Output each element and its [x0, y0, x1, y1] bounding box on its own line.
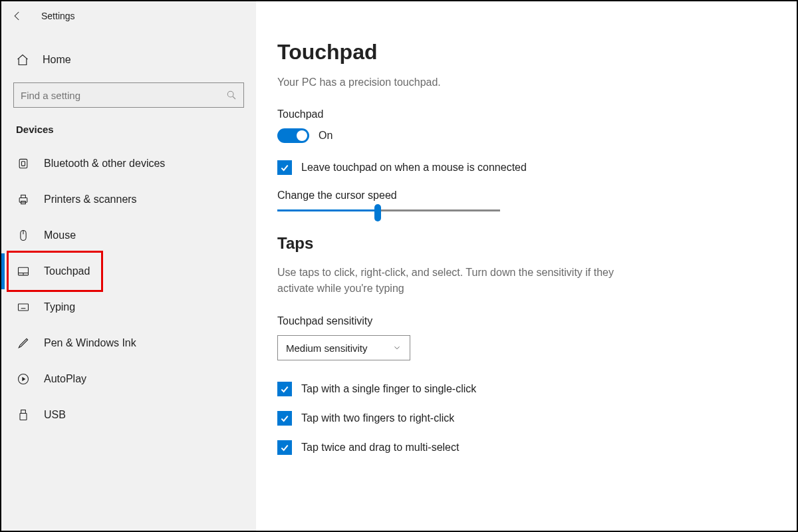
- svg-rect-2: [22, 162, 25, 166]
- svg-point-0: [227, 91, 233, 97]
- tap-two-checkbox[interactable]: [277, 411, 292, 426]
- sidebar-item-autoplay[interactable]: AutoPlay: [1, 361, 256, 397]
- svg-rect-18: [21, 410, 26, 414]
- sidebar-item-label: Typing: [44, 301, 75, 313]
- sidebar-item-printers[interactable]: Printers & scanners: [1, 182, 256, 217]
- precision-text: Your PC has a precision touchpad.: [277, 76, 770, 88]
- taps-description: Use taps to click, right-click, and sele…: [277, 265, 650, 297]
- check-icon: [279, 384, 290, 394]
- cursor-speed-slider[interactable]: [277, 209, 500, 211]
- touchpad-icon: [16, 264, 31, 279]
- sidebar-item-typing[interactable]: Typing: [1, 289, 256, 325]
- tap-drag-label: Tap twice and drag to multi-select: [301, 442, 459, 454]
- tap-drag-checkbox[interactable]: [277, 440, 292, 455]
- tap-single-checkbox[interactable]: [277, 382, 292, 396]
- svg-rect-1: [19, 159, 27, 168]
- main-content: Touchpad Your PC has a precision touchpa…: [256, 1, 797, 531]
- sidebar-navlist: Bluetooth & other devices Printers & sca…: [1, 146, 256, 433]
- sidebar-item-label: Bluetooth & other devices: [44, 158, 165, 170]
- sidebar-item-label: Pen & Windows Ink: [44, 337, 136, 349]
- mouse-icon: [16, 228, 31, 243]
- app-title: Settings: [41, 11, 75, 21]
- home-label: Home: [43, 54, 71, 66]
- sensitivity-value: Medium sensitivity: [286, 342, 368, 354]
- sidebar-category: Devices: [1, 108, 256, 142]
- sensitivity-select[interactable]: Medium sensitivity: [277, 335, 410, 360]
- chevron-down-icon: [392, 343, 402, 352]
- arrow-left-icon: [11, 10, 23, 22]
- svg-rect-4: [21, 195, 26, 198]
- sidebar-item-pen[interactable]: Pen & Windows Ink: [1, 325, 256, 361]
- toggle-label: Touchpad: [277, 108, 770, 120]
- autoplay-icon: [16, 372, 31, 386]
- back-button[interactable]: [8, 7, 27, 25]
- bluetooth-icon: [16, 156, 31, 171]
- usb-icon: [16, 408, 31, 422]
- keyboard-icon: [16, 300, 31, 315]
- sidebar-item-label: Printers & scanners: [44, 194, 137, 205]
- search-icon: [226, 90, 237, 100]
- tap-single-label: Tap with a single finger to single-click: [301, 383, 476, 395]
- sensitivity-label: Touchpad sensitivity: [277, 315, 770, 327]
- svg-rect-3: [19, 198, 27, 203]
- taps-title: Taps: [277, 234, 770, 253]
- sidebar-home[interactable]: Home: [1, 45, 256, 76]
- sidebar-item-label: Mouse: [44, 229, 76, 241]
- toggle-state-text: On: [319, 130, 332, 142]
- pen-icon: [16, 336, 31, 350]
- sidebar-item-mouse[interactable]: Mouse: [1, 217, 256, 253]
- svg-rect-19: [20, 414, 27, 420]
- slider-thumb[interactable]: [374, 204, 381, 221]
- sidebar-item-bluetooth[interactable]: Bluetooth & other devices: [1, 146, 256, 182]
- touchpad-toggle[interactable]: [277, 128, 309, 143]
- sidebar-item-label: USB: [44, 409, 66, 421]
- check-icon: [279, 442, 290, 453]
- home-icon: [16, 53, 29, 66]
- cursor-speed-label: Change the cursor speed: [277, 190, 770, 201]
- sidebar-item-usb[interactable]: USB: [1, 397, 256, 433]
- search-input-wrap[interactable]: [13, 82, 244, 108]
- titlebar: Settings: [1, 1, 256, 31]
- printer-icon: [16, 192, 31, 207]
- sidebar-item-label: AutoPlay: [44, 373, 86, 385]
- sidebar-item-label: Touchpad: [44, 265, 90, 277]
- svg-rect-11: [19, 304, 29, 311]
- sidebar-item-touchpad[interactable]: Touchpad: [1, 253, 256, 289]
- tap-two-label: Tap with two fingers to right-click: [301, 412, 454, 424]
- check-icon: [279, 413, 290, 424]
- page-title: Touchpad: [277, 40, 770, 65]
- check-icon: [279, 162, 290, 173]
- search-input[interactable]: [21, 90, 226, 101]
- leave-on-label: Leave touchpad on when a mouse is connec…: [301, 162, 527, 174]
- leave-on-checkbox[interactable]: [277, 160, 292, 175]
- sidebar: Settings Home Devices Bluetooth & oth: [1, 1, 256, 531]
